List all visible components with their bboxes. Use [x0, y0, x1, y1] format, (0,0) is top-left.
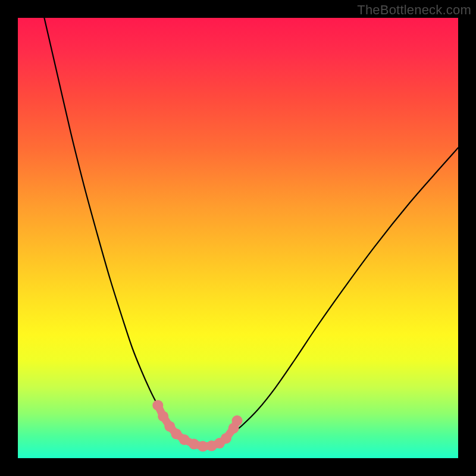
- data-marker: [152, 400, 163, 411]
- bottleneck-curve: [44, 18, 458, 448]
- chart-svg: [18, 18, 458, 458]
- data-marker: [179, 434, 190, 445]
- watermark-text: TheBottleneck.com: [357, 2, 471, 18]
- data-marker: [221, 433, 231, 444]
- chart-frame: TheBottleneck.com: [0, 0, 476, 476]
- data-marker: [158, 411, 168, 422]
- data-marker: [232, 415, 243, 426]
- plot-area: [18, 18, 458, 458]
